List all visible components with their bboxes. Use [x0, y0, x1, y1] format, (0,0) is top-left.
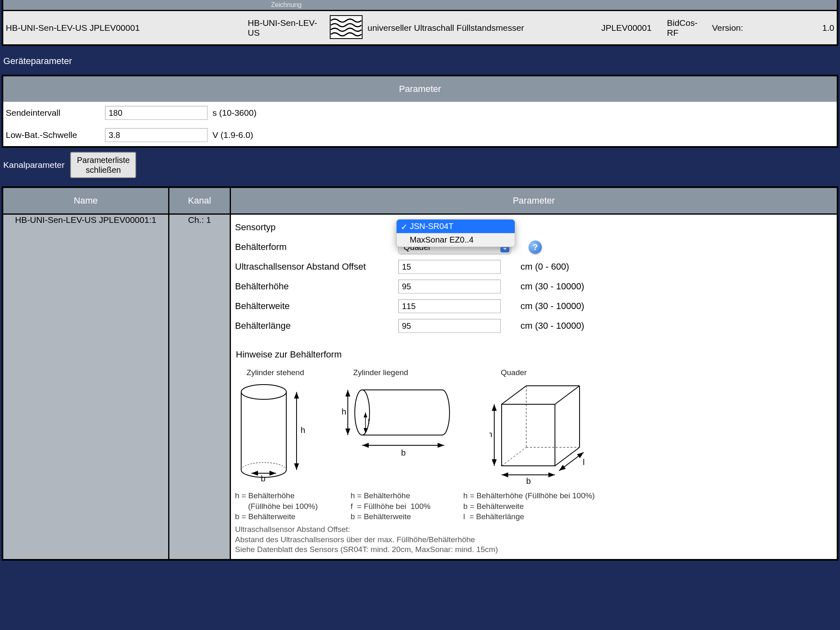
svg-line-22: [502, 447, 526, 466]
section-channel-params: Kanalparameter: [3, 160, 64, 170]
shape-label: Behälterform: [235, 242, 391, 252]
version-label: Version:: [712, 23, 743, 32]
svg-text:h: h: [342, 407, 346, 416]
interval-input[interactable]: [105, 106, 208, 120]
length-unit: cm (30 - 10000): [520, 321, 611, 331]
waves-icon: [330, 15, 363, 39]
sensor-type-dropdown[interactable]: ✓ JSN-SR04T MaxSonar EZ0..4: [396, 219, 515, 247]
device-desc: universeller Ultraschall Füllstandsmesse…: [365, 10, 599, 44]
sensor-type-option[interactable]: ✓ JSN-SR04T: [397, 220, 515, 233]
shape-diagrams: Zylinder stehend: [235, 368, 833, 486]
offset-input[interactable]: [398, 260, 501, 274]
device-serial: JPLEV00001: [599, 10, 664, 44]
shape-zylinder-liegend: Zylinder liegend f: [342, 368, 465, 486]
svg-text:h: h: [489, 430, 492, 439]
svg-text:b: b: [526, 477, 531, 486]
length-label: Behälterlänge: [235, 321, 391, 331]
device-params-header: Parameter: [3, 76, 837, 102]
device-params-panel: Parameter Sendeintervall s (10-3600) Low…: [2, 75, 838, 148]
device-name: HB-UNI-Sen-LEV-US JPLEV00001: [3, 10, 245, 44]
svg-text:b: b: [261, 474, 265, 483]
device-type: HB-UNI-Sen-LEV-US: [245, 10, 327, 44]
svg-point-0: [241, 385, 286, 399]
sensor-type-option[interactable]: MaxSonar EZ0..4: [397, 233, 515, 247]
sensor-type-label: Sensortyp: [235, 222, 391, 233]
offset-note: Ultraschallsensor Abstand Offset: Abstan…: [235, 525, 833, 555]
svg-line-18: [555, 386, 580, 404]
svg-line-29: [559, 452, 584, 471]
offset-label: Ultraschallsensor Abstand Offset: [235, 261, 391, 272]
channel-params-table: Name Kanal Parameter HB-UNI-Sen-LEV-US J…: [2, 186, 838, 561]
svg-rect-16: [502, 404, 555, 466]
svg-text:f: f: [368, 417, 370, 426]
width-unit: cm (30 - 10000): [520, 301, 611, 312]
col-parameter: Parameter: [231, 188, 837, 215]
col-name: Name: [3, 188, 169, 215]
interval-unit: s (10-3600): [212, 108, 256, 118]
col-zeichnung: Zeichnung: [245, 0, 327, 10]
check-icon: ✓: [401, 222, 408, 232]
help-icon[interactable]: ?: [529, 241, 542, 254]
section-device-params: Geräteparameter: [0, 46, 840, 75]
version-value: 1.0: [822, 23, 834, 33]
height-input[interactable]: [398, 279, 501, 293]
height-label: Behälterhöhe: [235, 281, 391, 292]
channel-row-kanal: Ch.: 1: [169, 215, 231, 559]
svg-text:b: b: [401, 448, 406, 457]
col-kanal: Kanal: [169, 188, 231, 215]
device-iface: BidCos-RF: [664, 10, 710, 44]
lowbat-unit: V (1.9-6.0): [212, 130, 253, 140]
lowbat-label: Low-Bat.-Schwelle: [6, 130, 100, 140]
height-unit: cm (30 - 10000): [520, 281, 611, 292]
svg-text:h: h: [301, 426, 305, 435]
svg-point-7: [355, 390, 370, 435]
offset-unit: cm (0 - 600): [520, 261, 611, 272]
param-list-close-button[interactable]: Parameterliste schließen: [70, 152, 136, 178]
svg-line-17: [502, 386, 526, 404]
interval-label: Sendeintervall: [6, 108, 100, 118]
length-input[interactable]: [398, 319, 501, 333]
svg-text:l: l: [583, 458, 584, 467]
width-input[interactable]: [398, 299, 501, 313]
shape-zylinder-stehend: Zylinder stehend: [235, 368, 317, 486]
device-header-table: Zeichnung HB-UNI-Sen-LEV-US JPLEV00001 H…: [2, 0, 838, 46]
shape-legends: h = Behälterhöhe (Füllhöhe bei 100%) b =…: [235, 486, 833, 522]
hints-title: Hinweise zur Behälterform: [236, 349, 833, 360]
shape-quader: Quader: [489, 368, 604, 486]
channel-row-name: HB-UNI-Sen-LEV-US JPLEV00001:1: [3, 215, 169, 559]
svg-line-19: [555, 447, 580, 466]
lowbat-input[interactable]: [105, 128, 208, 142]
width-label: Behälterweite: [235, 301, 391, 312]
